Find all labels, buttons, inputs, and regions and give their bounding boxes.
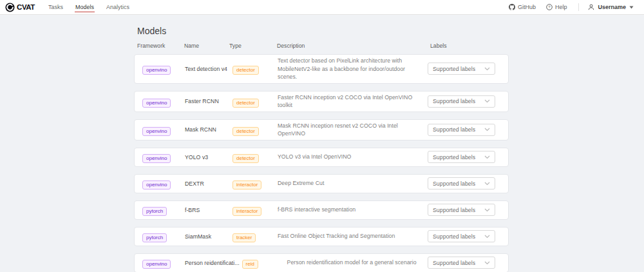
type-cell: detector bbox=[232, 124, 278, 136]
supported-labels-select-value: Supported labels bbox=[433, 154, 475, 160]
type-badge: interactor bbox=[232, 180, 261, 189]
cvat-logo-icon bbox=[5, 3, 15, 12]
model-name: Faster RCNN bbox=[185, 98, 232, 104]
labels-cell: Supported labels bbox=[428, 177, 495, 189]
type-badge: reid bbox=[242, 260, 258, 269]
model-description: Deep Extreme Cut bbox=[278, 179, 428, 188]
model-description: YOLO v3 via Intel OpenVINO bbox=[278, 153, 428, 161]
chevron-down-icon bbox=[484, 155, 490, 159]
framework-cell: openvino bbox=[142, 95, 185, 108]
model-row: openvino Faster RCNN detector Faster RCN… bbox=[134, 91, 509, 112]
models-list: openvino Text detection v4 detector Text… bbox=[134, 54, 509, 272]
framework-badge: openvino bbox=[142, 154, 171, 163]
type-cell: tracker bbox=[232, 230, 278, 242]
labels-cell: Supported labels bbox=[428, 95, 495, 108]
column-header-framework: Framework bbox=[137, 43, 184, 49]
models-page: Models Framework Name Type Description L… bbox=[134, 15, 509, 272]
framework-badge: openvino bbox=[142, 260, 171, 269]
type-badge: interactor bbox=[232, 207, 261, 216]
type-badge: detector bbox=[232, 99, 259, 108]
user-menu[interactable]: Username bbox=[588, 4, 634, 10]
model-name: SiamMask bbox=[185, 233, 232, 240]
chevron-down-icon bbox=[484, 208, 490, 212]
framework-badge: openvino bbox=[142, 66, 171, 75]
model-name: f-BRS bbox=[185, 207, 232, 213]
supported-labels-select[interactable]: Supported labels bbox=[428, 230, 495, 242]
chevron-down-icon bbox=[484, 182, 490, 186]
navbar-left: CVAT Tasks Models Analytics bbox=[5, 0, 141, 14]
username-label: Username bbox=[598, 4, 626, 10]
chevron-down-icon bbox=[484, 67, 490, 71]
cvat-logo-text: CVAT bbox=[17, 3, 35, 11]
type-cell: detector bbox=[232, 151, 278, 163]
framework-cell: pytorch bbox=[142, 230, 185, 242]
framework-cell: openvino bbox=[142, 257, 185, 269]
chevron-down-icon bbox=[484, 128, 490, 131]
framework-cell: openvino bbox=[142, 63, 185, 75]
table-header: Framework Name Type Description Labels bbox=[134, 43, 509, 49]
page-title: Models bbox=[137, 26, 509, 36]
top-navbar: CVAT Tasks Models Analytics GitHub ? H bbox=[0, 0, 644, 15]
supported-labels-select-value: Supported labels bbox=[433, 260, 475, 266]
svg-text:?: ? bbox=[548, 5, 551, 9]
labels-cell: Supported labels bbox=[428, 63, 495, 75]
supported-labels-select-value: Supported labels bbox=[433, 180, 475, 187]
framework-cell: openvino bbox=[142, 151, 185, 163]
model-row: openvino Text detection v4 detector Text… bbox=[134, 54, 509, 84]
framework-cell: openvino bbox=[142, 124, 185, 136]
type-cell: reid bbox=[242, 257, 287, 269]
github-label: GitHub bbox=[518, 4, 536, 10]
help-link[interactable]: ? Help bbox=[546, 4, 567, 10]
model-row: pytorch f-BRS interactor f-BRS interacti… bbox=[134, 200, 509, 220]
caret-down-icon bbox=[629, 6, 634, 9]
model-row: pytorch SiamMask tracker Fast Online Obj… bbox=[134, 227, 509, 246]
model-name: DEXTR bbox=[185, 180, 232, 187]
labels-cell: Supported labels bbox=[428, 151, 495, 163]
chevron-down-icon bbox=[484, 99, 490, 103]
supported-labels-select-value: Supported labels bbox=[433, 98, 475, 104]
nav-divider bbox=[578, 3, 579, 11]
column-header-name: Name bbox=[184, 43, 229, 49]
type-badge: detector bbox=[232, 154, 259, 163]
nav-models[interactable]: Models bbox=[75, 3, 95, 12]
nav-tasks[interactable]: Tasks bbox=[48, 3, 64, 12]
nav-analytics[interactable]: Analytics bbox=[106, 3, 130, 12]
type-badge: detector bbox=[232, 127, 259, 136]
github-link[interactable]: GitHub bbox=[509, 4, 536, 10]
framework-badge: pytorch bbox=[142, 207, 167, 216]
github-icon bbox=[509, 4, 515, 10]
supported-labels-select[interactable]: Supported labels bbox=[428, 95, 495, 108]
model-row: openvino YOLO v3 detector YOLO v3 via In… bbox=[134, 148, 509, 167]
help-label: Help bbox=[555, 4, 567, 10]
model-description: Mask RCNN inception resnet v2 COCO via I… bbox=[278, 122, 428, 138]
cvat-logo[interactable]: CVAT bbox=[5, 3, 35, 12]
framework-badge: openvino bbox=[142, 127, 171, 136]
supported-labels-select[interactable]: Supported labels bbox=[428, 63, 495, 75]
labels-cell: Supported labels bbox=[428, 230, 495, 242]
model-name: Person reidentificati... bbox=[185, 260, 242, 266]
model-description: Fast Online Object Tracking and Segmenta… bbox=[278, 232, 428, 240]
supported-labels-select[interactable]: Supported labels bbox=[428, 177, 495, 189]
framework-badge: pytorch bbox=[142, 233, 167, 242]
column-header-description: Description bbox=[277, 43, 428, 49]
supported-labels-select-value: Supported labels bbox=[433, 233, 475, 240]
model-row: openvino Mask RCNN detector Mask RCNN in… bbox=[134, 119, 509, 141]
supported-labels-select[interactable]: Supported labels bbox=[428, 204, 495, 216]
supported-labels-select[interactable]: Supported labels bbox=[428, 151, 495, 163]
column-header-type: Type bbox=[229, 43, 277, 49]
labels-cell: Supported labels bbox=[428, 257, 495, 269]
chevron-down-icon bbox=[484, 261, 490, 265]
help-icon: ? bbox=[546, 4, 553, 10]
column-header-labels: Labels bbox=[428, 43, 496, 49]
navbar-right: GitHub ? Help Username bbox=[509, 0, 634, 14]
supported-labels-select-value: Supported labels bbox=[433, 126, 475, 133]
type-cell: detector bbox=[232, 63, 278, 75]
model-description: Faster RCNN inception v2 COCO via Intel … bbox=[278, 93, 428, 110]
framework-cell: pytorch bbox=[142, 204, 185, 216]
supported-labels-select[interactable]: Supported labels bbox=[428, 257, 495, 269]
labels-cell: Supported labels bbox=[428, 124, 495, 136]
type-badge: detector bbox=[232, 66, 259, 75]
framework-badge: openvino bbox=[142, 99, 171, 108]
supported-labels-select[interactable]: Supported labels bbox=[428, 124, 495, 136]
supported-labels-select-value: Supported labels bbox=[433, 66, 475, 72]
